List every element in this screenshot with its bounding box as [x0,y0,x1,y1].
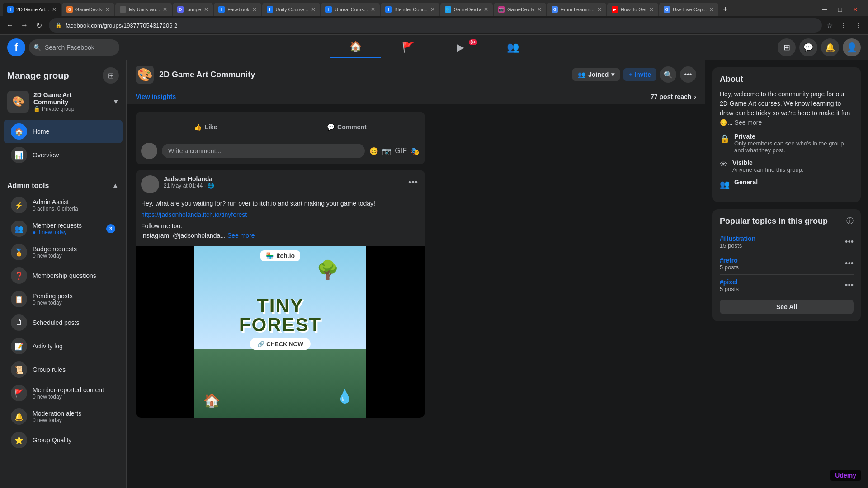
admin-item-admin-assist[interactable]: ⚡ Admin Assist 0 actions, 0 criteria [4,193,123,217]
admin-item-activity-log[interactable]: 📝 Activity log [4,334,123,358]
admin-item-reported-content[interactable]: 🚩 Member-reported content 0 new today [4,381,123,405]
post-author-name[interactable]: Jadson Holanda [164,175,214,183]
tab-chrome[interactable]: G Use Live Cap... ✕ [659,3,718,16]
tab-youtube[interactable]: ▶ How To Get ✕ [607,3,658,16]
tab-close[interactable]: ✕ [649,6,654,13]
sidebar-item-overview[interactable]: 📊 Overview [4,143,123,167]
active-tab[interactable]: f 2D Game Art... ✕ [3,3,61,16]
tab-close[interactable]: ✕ [252,6,257,13]
comment-button[interactable]: 💬 Comment [320,121,374,133]
topic-options-button[interactable]: ••• [845,237,854,247]
group-header-left: 🎨 2D Game Art Community [136,66,255,84]
topic-name[interactable]: #illustration [720,235,755,242]
tab-close[interactable]: ✕ [597,6,602,13]
collapse-admin-button[interactable]: ▲ [112,182,119,190]
tab-close[interactable]: ✕ [204,6,208,13]
post-link[interactable]: https://jadsonholanda.itch.io/tinyforest [141,211,247,218]
tab-twitter[interactable]: 🐦 GameDev.tv ✕ [440,3,493,16]
maximize-button[interactable]: □ [834,3,846,16]
minimize-button[interactable]: ─ [818,3,831,16]
topic-name[interactable]: #retro [720,257,739,264]
see-all-button[interactable]: See All [720,300,854,314]
image-button[interactable]: 📷 [382,147,391,155]
topic-name[interactable]: #pixel [720,278,739,286]
see-more-link[interactable]: See more [735,119,762,126]
admin-item-scheduled-posts[interactable]: 🗓 Scheduled posts [4,311,123,334]
new-tab-button[interactable]: + [719,5,731,14]
tab-close[interactable]: ✕ [105,6,110,13]
post-reach[interactable]: 77 post reach › [651,93,696,100]
admin-item-moderation-alerts[interactable]: 🔔 Moderation alerts 0 new today [4,405,123,428]
tab-unity[interactable]: f Unity Course... ✕ [262,3,321,16]
chrome-actions: ⋮ ⋮ [837,19,864,32]
grid-button[interactable]: ⊞ [778,38,796,56]
sidebar-expand-icon[interactable]: ⊞ [103,67,119,84]
extensions-button[interactable]: ⋮ [837,19,850,32]
emoji-button[interactable]: 😊 [369,147,378,155]
view-insights-link[interactable]: View insights [136,93,176,100]
tab-label: Facebook [227,7,249,12]
tab-close[interactable]: ✕ [430,6,435,13]
topic-options-button[interactable]: ••• [845,259,854,268]
notifications-button[interactable]: 🔔 [821,38,839,56]
like-button[interactable]: 👍 Like [187,121,224,133]
nav-flag[interactable]: 🚩 [382,37,433,58]
comment-box: 👍 Like 💬 Comment 😊 📷 GIF 🎭 [136,112,425,164]
admin-item-membership-questions[interactable]: ❓ Membership questions [4,264,123,287]
search-input[interactable] [45,44,115,51]
admin-item-label: Member requests [33,222,101,229]
tab-gamedev[interactable]: G GameDev.tv ✕ [62,3,114,16]
facebook-logo[interactable]: f [7,38,25,56]
tab-close[interactable]: ✕ [484,6,488,13]
tab-unreal[interactable]: f Unreal Cours... ✕ [321,3,380,16]
tab-lounge[interactable]: D lounge ✕ [173,3,213,16]
bookmark-button[interactable]: ☆ [826,20,834,31]
see-more-link[interactable]: See more [227,232,255,239]
sidebar-item-home[interactable]: 🏠 Home [4,120,123,143]
nav-people[interactable]: 👥 [487,37,538,58]
tab-fb1[interactable]: f Facebook ✕ [214,3,261,16]
close-button[interactable]: ✕ [849,3,862,16]
gif-button[interactable]: GIF [395,147,407,155]
tab-learning[interactable]: G From Learnin... ✕ [547,3,606,16]
joined-button[interactable]: 👥 Joined ▾ [572,68,620,81]
tab-close[interactable]: ✕ [371,6,375,13]
sticker-button[interactable]: 🎭 [410,147,420,155]
tab-close[interactable]: ✕ [163,6,167,13]
more-options-button[interactable]: ••• [680,66,696,83]
tab-close[interactable]: ✕ [52,6,57,13]
admin-item-group-quality[interactable]: ⭐ Group Quality [4,428,123,452]
user-avatar[interactable]: 👤 [843,38,861,56]
post-card: Jadson Holanda 21 May at 01:44 · 🌐 ••• H… [136,170,425,418]
tab-close[interactable]: ✕ [537,6,542,13]
post-options-button[interactable]: ••• [406,175,420,189]
chrome-menu-button[interactable]: ⋮ [852,19,864,32]
tab-close[interactable]: ✕ [311,6,316,13]
back-button[interactable]: ← [4,19,16,32]
nav-home[interactable]: 🏠 [330,37,381,58]
refresh-button[interactable]: ↻ [33,19,45,32]
search-group-button[interactable]: 🔍 [660,66,676,83]
tab-insta[interactable]: 📷 GameDev.tv ✕ [494,3,546,16]
address-bar[interactable]: 🔒 facebook.com/groups/193777054317206 2 [49,18,822,33]
topic-options-button[interactable]: ••• [845,281,854,290]
tab-label: lounge [186,7,201,12]
tab-close[interactable]: ✕ [709,6,714,13]
group-info[interactable]: 🎨 2D Game Art Community 🔒 Private group … [0,87,126,116]
forward-button[interactable]: → [18,19,31,32]
messenger-button[interactable]: 💬 [799,38,817,56]
tab-units[interactable]: My Units wo... ✕ [115,3,172,16]
admin-item-group-rules[interactable]: 📜 Group rules [4,358,123,381]
admin-item-pending-posts[interactable]: 📋 Pending posts 0 new today [4,287,123,311]
info-icon[interactable]: ⓘ [846,216,854,226]
comment-input[interactable] [162,144,365,158]
invite-button[interactable]: + Invite [623,68,656,81]
tab-label: Unreal Cours... [335,7,368,12]
tab-blender[interactable]: f Blender Cour... ✕ [381,3,439,16]
post-meta: 21 May at 01:44 · 🌐 [164,183,214,189]
admin-item-badge-requests[interactable]: 🏅 Badge requests 0 new today [4,240,123,264]
check-now-button: 🔗 CHECK NOW [250,338,311,350]
search-box[interactable]: 🔍 [29,39,119,56]
admin-item-member-requests[interactable]: 👥 Member requests ● 3 new today 3 [4,217,123,240]
nav-video[interactable]: ▶ 8+ [435,37,486,58]
